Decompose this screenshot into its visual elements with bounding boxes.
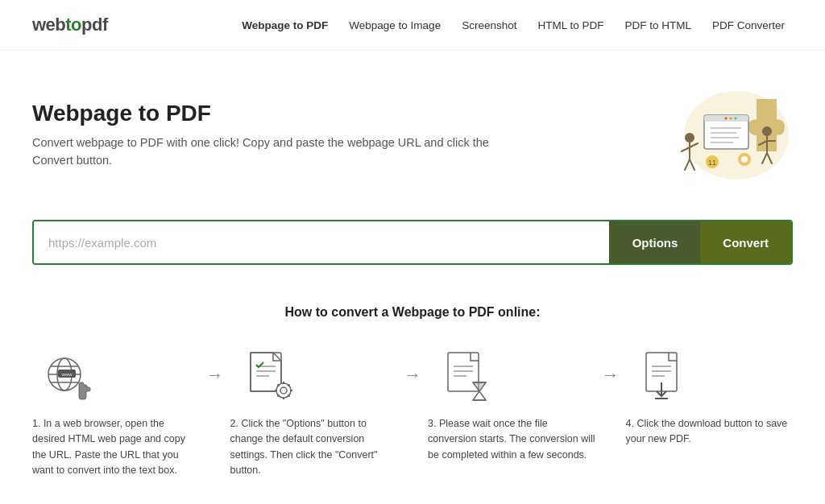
steps-container: www 1. In a web browser, open the desire… (32, 349, 793, 479)
svg-point-11 (762, 126, 772, 136)
svg-text:www: www (61, 372, 73, 377)
hero-description: Convert webpage to PDF with one click! C… (32, 134, 500, 170)
page-title: Webpage to PDF (32, 101, 500, 126)
header: webtopdf Webpage to PDF Webpage to Image… (0, 0, 825, 51)
svg-rect-37 (448, 353, 479, 391)
svg-rect-23 (251, 353, 281, 391)
arrow-2: → (397, 365, 428, 386)
svg-point-3 (725, 118, 728, 120)
arrow-1: → (200, 365, 230, 386)
nav-screenshot[interactable]: Screenshot (454, 16, 524, 35)
nav-pdf-to-html[interactable]: PDF to HTML (616, 16, 699, 35)
step-4-icon (634, 349, 699, 405)
arrow-3: → (595, 365, 626, 386)
step-1: www 1. In a web browser, open the desire… (32, 349, 200, 479)
svg-text:11: 11 (708, 159, 716, 167)
step-2-icon (238, 349, 303, 405)
svg-point-10 (685, 133, 694, 143)
step-2: 2. Click the "Options" button to change … (230, 349, 398, 479)
logo-part2: to (65, 14, 81, 35)
nav-webpage-to-image[interactable]: Webpage to Image (341, 16, 449, 35)
hero-svg: 11 (648, 83, 793, 188)
how-to-section: How to convert a Webpage to PDF online: … (32, 289, 793, 504)
step-4: 4. Click the download button to save you… (626, 349, 794, 448)
nav-webpage-to-pdf[interactable]: Webpage to PDF (234, 16, 336, 35)
hero-illustration: 11 (648, 83, 793, 188)
step-3: 3. Please wait once the file conversion … (428, 349, 595, 463)
how-to-heading: How to convert a Webpage to PDF online: (32, 305, 793, 320)
url-bar: Options Convert (32, 220, 793, 265)
url-input[interactable] (34, 221, 609, 263)
svg-point-4 (730, 118, 732, 120)
logo-part1: web (32, 14, 65, 35)
nav-pdf-converter[interactable]: PDF Converter (704, 16, 793, 35)
main-nav: Webpage to PDF Webpage to Image Screensh… (234, 16, 793, 35)
main-content: Webpage to PDF Convert webpage to PDF wi… (0, 51, 825, 504)
logo: webtopdf (32, 14, 108, 35)
svg-point-13 (741, 156, 748, 163)
convert-button[interactable]: Convert (700, 221, 791, 263)
step-1-icon: www (40, 349, 105, 405)
logo-part3: pdf (81, 14, 108, 35)
step-1-description: 1. In a web browser, open the desired HT… (32, 416, 200, 479)
hero-text: Webpage to PDF Convert webpage to PDF wi… (32, 101, 500, 170)
step-3-icon (436, 349, 500, 405)
options-button[interactable]: Options (609, 221, 701, 263)
nav-html-to-pdf[interactable]: HTML to PDF (529, 16, 611, 35)
hero-section: Webpage to PDF Convert webpage to PDF wi… (32, 51, 793, 204)
step-2-description: 2. Click the "Options" button to change … (230, 416, 398, 479)
step-3-description: 3. Please wait once the file conversion … (428, 416, 595, 463)
svg-point-5 (735, 118, 737, 120)
step-4-description: 4. Click the download button to save you… (626, 416, 794, 448)
